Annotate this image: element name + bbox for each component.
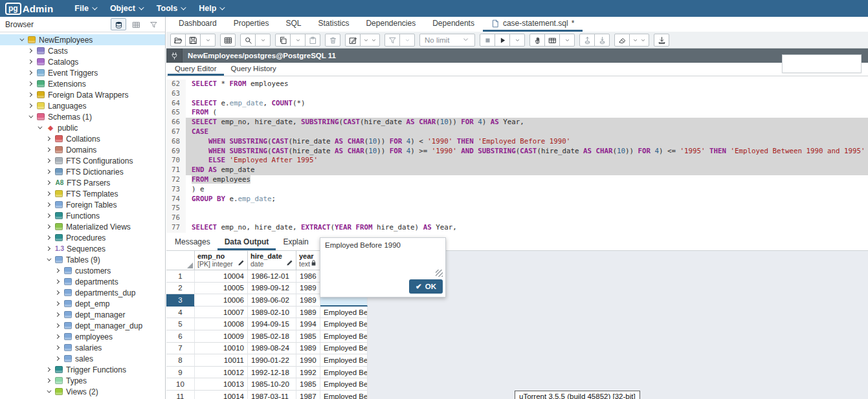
menu-object[interactable]: Object <box>110 4 142 13</box>
expand-arrow-icon[interactable] <box>46 378 50 383</box>
menu-tools[interactable]: Tools <box>157 4 184 13</box>
data-cell[interactable]: 1985 <box>296 378 320 391</box>
ok-button[interactable]: ✔OK <box>409 279 443 294</box>
expand-arrow-icon[interactable] <box>46 191 50 196</box>
code-text[interactable]: SELECT emp_no, hire_date, SUBSTRING(CAST… <box>186 118 868 127</box>
tree-item-languages[interactable]: Languages <box>0 100 165 111</box>
tab-properties[interactable]: Properties <box>225 17 278 32</box>
data-cell[interactable]: 1985-10-20 <box>248 378 296 391</box>
tree-item-employees[interactable]: employees <box>0 331 165 342</box>
editor-tab-query-history[interactable]: Query History <box>224 63 284 76</box>
data-cell[interactable]: Employed Bet... <box>320 354 368 367</box>
tree-item-tables-9[interactable]: Tables (9) <box>0 254 165 265</box>
code-text[interactable] <box>186 89 868 99</box>
expand-arrow-icon[interactable] <box>46 136 50 141</box>
tree-item-views-2[interactable]: Views (2) <box>0 386 165 397</box>
filter-tree-button[interactable] <box>146 18 161 30</box>
data-cell[interactable]: 10010 <box>195 343 248 355</box>
collapse-arrow-icon[interactable] <box>28 114 33 118</box>
tree-item-customers[interactable]: customers <box>0 265 165 276</box>
row-number-cell[interactable]: 1 <box>166 270 195 283</box>
find-button[interactable] <box>240 34 256 47</box>
editor-tab-query-editor[interactable]: Query Editor <box>168 63 224 76</box>
data-cell[interactable]: 1985-02-18 <box>248 330 296 343</box>
data-cell[interactable]: 10008 <box>195 318 248 330</box>
data-cell[interactable]: 10014 <box>195 391 248 399</box>
expand-arrow-icon[interactable] <box>46 169 50 174</box>
output-tab-explain[interactable]: Explain <box>276 235 315 250</box>
tree-item-foreign-tables[interactable]: Foreign Tables <box>0 199 165 210</box>
code-text[interactable]: CASE <box>186 127 868 137</box>
object-explorer-button[interactable] <box>111 18 126 30</box>
code-text[interactable]: ) e <box>186 185 868 195</box>
code-text[interactable]: SELECT * FROM employees <box>186 80 868 89</box>
data-cell[interactable]: 1990-01-22 <box>248 354 296 367</box>
data-cell[interactable]: 1994-09-15 <box>248 318 296 330</box>
expand-arrow-icon[interactable] <box>28 103 32 108</box>
tab-sql[interactable]: SQL <box>277 17 309 32</box>
data-cell[interactable]: Employed Bef... <box>320 391 368 399</box>
code-text[interactable]: WHEN SUBSTRING(CAST(hire_date AS CHAR(10… <box>186 147 868 156</box>
tab-statistics[interactable]: Statistics <box>309 17 357 32</box>
data-cell[interactable]: 10006 <box>195 294 248 307</box>
expand-arrow-icon[interactable] <box>46 158 50 163</box>
tree-item-trigger-functions[interactable]: Trigger Functions <box>0 364 165 375</box>
expand-arrow-icon[interactable] <box>46 224 50 229</box>
data-cell[interactable]: Employed Bef... <box>320 307 368 319</box>
row-number-cell[interactable]: 4 <box>166 307 195 319</box>
clear-options-dropdown[interactable] <box>629 34 649 47</box>
collapse-arrow-icon[interactable] <box>47 389 51 393</box>
column-header-emp_no[interactable]: emp_no[PK] integer <box>195 251 248 270</box>
code-text[interactable]: SELECT emp_no, hire_date, EXTRACT(YEAR F… <box>186 223 868 233</box>
row-number-cell[interactable]: 9 <box>166 367 195 379</box>
filter-button[interactable] <box>384 34 400 47</box>
expand-arrow-icon[interactable] <box>55 301 60 306</box>
row-number-cell[interactable]: 7 <box>166 343 195 355</box>
data-cell[interactable]: Employed Bet... <box>320 367 368 379</box>
expand-arrow-icon[interactable] <box>55 345 60 350</box>
expand-arrow-icon[interactable] <box>55 356 60 361</box>
tree-item-fts-parsers[interactable]: A8FTS Parsers <box>0 177 165 188</box>
expand-arrow-icon[interactable] <box>46 202 50 207</box>
explain-analyze-button[interactable] <box>544 34 560 47</box>
tree-item-collations[interactable]: Collations <box>0 133 165 144</box>
tree-item-departments[interactable]: departments <box>0 276 165 287</box>
data-cell[interactable]: 1989 <box>296 294 320 307</box>
data-cell[interactable]: 10013 <box>195 378 248 391</box>
tree-item-domains[interactable]: Domains <box>0 144 165 155</box>
tree-item-sequences[interactable]: 1.3Sequences <box>0 243 165 254</box>
tree-item-public[interactable]: ◈public <box>0 122 165 133</box>
copy-button[interactable] <box>275 34 291 47</box>
expand-arrow-icon[interactable] <box>55 268 60 273</box>
tree-item-departments-dup[interactable]: departments_dup <box>0 287 165 298</box>
dependencies-grid-button[interactable] <box>128 18 144 30</box>
data-cell[interactable]: 1986-12-01 <box>248 270 296 283</box>
select-all-header[interactable] <box>166 251 195 270</box>
output-tab-data-output[interactable]: Data Output <box>217 235 276 250</box>
data-cell[interactable]: 10011 <box>195 354 248 367</box>
tree-item-types[interactable]: Types <box>0 375 165 386</box>
tree-item-procedures[interactable]: Procedures <box>0 232 165 243</box>
tree-item-salaries[interactable]: salaries <box>0 342 165 353</box>
paste-button[interactable] <box>305 34 320 47</box>
execute-options-dropdown[interactable] <box>509 34 525 47</box>
expand-arrow-icon[interactable] <box>28 81 32 86</box>
data-cell[interactable]: 1989-09-12 <box>248 283 296 295</box>
expand-arrow-icon[interactable] <box>28 92 32 97</box>
code-text[interactable]: FROM ( <box>186 108 868 118</box>
row-limit-select[interactable]: No limit <box>419 34 475 47</box>
row-number-cell[interactable]: 3 <box>166 294 195 307</box>
macros-clear-button[interactable] <box>614 34 630 47</box>
expand-arrow-icon[interactable] <box>55 334 60 339</box>
row-number-cell[interactable]: 5 <box>166 318 195 330</box>
expand-arrow-icon[interactable] <box>28 59 32 64</box>
tree-item-fts-templates[interactable]: FTS Templates <box>0 188 165 199</box>
data-cell[interactable]: Employed Bet... <box>320 318 368 330</box>
data-cell[interactable]: 1989-08-24 <box>248 343 296 355</box>
collapse-arrow-icon[interactable] <box>47 257 51 261</box>
expand-arrow-icon[interactable] <box>28 49 32 53</box>
data-cell[interactable]: 10007 <box>195 307 248 319</box>
find-options-dropdown[interactable] <box>255 34 271 47</box>
data-cell[interactable]: 1990 <box>296 354 320 367</box>
delete-button[interactable] <box>325 34 340 47</box>
